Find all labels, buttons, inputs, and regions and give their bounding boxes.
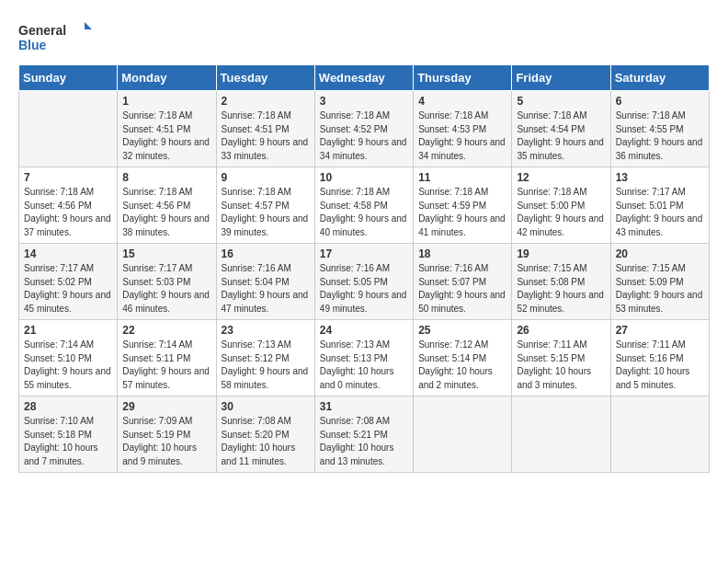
cell-info: Sunrise: 7:15 AMSunset: 5:09 PMDaylight:… [616,262,704,316]
calendar-cell: 29Sunrise: 7:09 AMSunset: 5:19 PMDayligh… [118,396,216,473]
col-wednesday: Wednesday [314,65,413,91]
day-number: 27 [616,324,704,337]
day-number: 11 [418,171,506,184]
day-number: 1 [122,95,210,108]
cell-info: Sunrise: 7:16 AMSunset: 5:05 PMDaylight:… [320,262,408,316]
day-number: 3 [320,95,408,108]
cell-info: Sunrise: 7:09 AMSunset: 5:19 PMDaylight:… [122,415,210,468]
cell-info: Sunrise: 7:17 AMSunset: 5:03 PMDaylight:… [122,262,210,316]
day-number: 25 [418,324,506,337]
calendar-header: Sunday Monday Tuesday Wednesday Thursday… [19,65,710,91]
calendar-cell: 6Sunrise: 7:18 AMSunset: 4:55 PMDaylight… [610,91,709,167]
col-thursday: Thursday [414,65,512,91]
calendar-cell [19,91,118,167]
day-number: 28 [24,400,112,413]
day-number: 14 [24,247,112,260]
col-tuesday: Tuesday [216,65,314,91]
cell-info: Sunrise: 7:11 AMSunset: 5:15 PMDaylight:… [517,339,605,392]
cell-info: Sunrise: 7:18 AMSunset: 4:58 PMDaylight:… [320,186,408,239]
cell-info: Sunrise: 7:13 AMSunset: 5:12 PMDaylight:… [222,339,310,392]
week-row-5: 28Sunrise: 7:10 AMSunset: 5:18 PMDayligh… [19,396,710,473]
calendar-cell: 26Sunrise: 7:11 AMSunset: 5:15 PMDayligh… [512,320,610,396]
day-number: 12 [517,171,605,184]
day-number: 5 [517,95,605,108]
day-number: 2 [222,95,310,108]
svg-text:Blue: Blue [18,38,47,52]
calendar-cell: 5Sunrise: 7:18 AMSunset: 4:54 PMDaylight… [512,91,610,167]
calendar-cell: 22Sunrise: 7:14 AMSunset: 5:11 PMDayligh… [118,320,216,396]
calendar-cell: 15Sunrise: 7:17 AMSunset: 5:03 PMDayligh… [118,244,216,320]
calendar-cell: 13Sunrise: 7:17 AMSunset: 5:01 PMDayligh… [610,167,709,244]
week-row-3: 14Sunrise: 7:17 AMSunset: 5:02 PMDayligh… [19,244,710,320]
cell-info: Sunrise: 7:18 AMSunset: 4:51 PMDaylight:… [122,109,210,163]
calendar-cell [610,396,709,473]
day-number: 21 [24,324,112,337]
calendar-cell: 1Sunrise: 7:18 AMSunset: 4:51 PMDaylight… [118,91,216,167]
col-sunday: Sunday [19,65,118,91]
calendar-cell: 16Sunrise: 7:16 AMSunset: 5:04 PMDayligh… [216,244,314,320]
calendar-cell: 11Sunrise: 7:18 AMSunset: 4:59 PMDayligh… [414,167,512,244]
svg-text:General: General [18,23,66,38]
cell-info: Sunrise: 7:12 AMSunset: 5:14 PMDaylight:… [418,339,506,392]
day-number: 22 [122,324,210,337]
cell-info: Sunrise: 7:17 AMSunset: 5:02 PMDaylight:… [24,262,112,316]
cell-info: Sunrise: 7:18 AMSunset: 5:00 PMDaylight:… [517,186,605,239]
calendar-cell: 28Sunrise: 7:10 AMSunset: 5:18 PMDayligh… [19,396,118,473]
calendar-cell: 18Sunrise: 7:16 AMSunset: 5:07 PMDayligh… [414,244,512,320]
day-number: 26 [517,324,605,337]
week-row-1: 1Sunrise: 7:18 AMSunset: 4:51 PMDaylight… [19,91,710,167]
calendar-cell: 7Sunrise: 7:18 AMSunset: 4:56 PMDaylight… [19,167,118,244]
calendar-cell: 24Sunrise: 7:13 AMSunset: 5:13 PMDayligh… [314,320,413,396]
day-number: 20 [616,247,704,260]
cell-info: Sunrise: 7:18 AMSunset: 4:52 PMDaylight:… [320,109,408,163]
cell-info: Sunrise: 7:14 AMSunset: 5:10 PMDaylight:… [24,339,112,392]
day-number: 23 [222,324,310,337]
svg-marker-2 [85,22,92,29]
calendar-cell: 8Sunrise: 7:18 AMSunset: 4:56 PMDaylight… [118,167,216,244]
calendar-cell: 14Sunrise: 7:17 AMSunset: 5:02 PMDayligh… [19,244,118,320]
day-number: 30 [222,400,310,413]
header: General Blue [18,18,710,55]
cell-info: Sunrise: 7:18 AMSunset: 4:59 PMDaylight:… [418,186,506,239]
logo-svg: General Blue [18,18,92,55]
cell-info: Sunrise: 7:18 AMSunset: 4:54 PMDaylight:… [517,109,605,163]
cell-info: Sunrise: 7:14 AMSunset: 5:11 PMDaylight:… [122,339,210,392]
cell-info: Sunrise: 7:18 AMSunset: 4:57 PMDaylight:… [222,186,310,239]
day-number: 4 [418,95,506,108]
calendar-cell: 30Sunrise: 7:08 AMSunset: 5:20 PMDayligh… [216,396,314,473]
day-number: 29 [122,400,210,413]
calendar-cell: 20Sunrise: 7:15 AMSunset: 5:09 PMDayligh… [610,244,709,320]
day-number: 8 [122,171,210,184]
calendar-body: 1Sunrise: 7:18 AMSunset: 4:51 PMDaylight… [19,91,710,473]
day-number: 13 [616,171,704,184]
cell-info: Sunrise: 7:18 AMSunset: 4:55 PMDaylight:… [616,109,704,163]
cell-info: Sunrise: 7:11 AMSunset: 5:16 PMDaylight:… [616,339,704,392]
cell-info: Sunrise: 7:17 AMSunset: 5:01 PMDaylight:… [616,186,704,239]
calendar-cell: 3Sunrise: 7:18 AMSunset: 4:52 PMDaylight… [314,91,413,167]
calendar-cell [414,396,512,473]
cell-info: Sunrise: 7:10 AMSunset: 5:18 PMDaylight:… [24,415,112,468]
calendar-table: Sunday Monday Tuesday Wednesday Thursday… [18,64,710,473]
cell-info: Sunrise: 7:13 AMSunset: 5:13 PMDaylight:… [320,339,408,392]
cell-info: Sunrise: 7:16 AMSunset: 5:07 PMDaylight:… [418,262,506,316]
calendar-cell: 25Sunrise: 7:12 AMSunset: 5:14 PMDayligh… [414,320,512,396]
day-number: 16 [222,247,310,260]
calendar-cell: 9Sunrise: 7:18 AMSunset: 4:57 PMDaylight… [216,167,314,244]
week-row-2: 7Sunrise: 7:18 AMSunset: 4:56 PMDaylight… [19,167,710,244]
calendar-cell: 4Sunrise: 7:18 AMSunset: 4:53 PMDaylight… [414,91,512,167]
day-number: 24 [320,324,408,337]
day-number: 6 [616,95,704,108]
cell-info: Sunrise: 7:08 AMSunset: 5:21 PMDaylight:… [320,415,408,468]
day-number: 19 [517,247,605,260]
calendar-cell: 12Sunrise: 7:18 AMSunset: 5:00 PMDayligh… [512,167,610,244]
calendar-cell: 31Sunrise: 7:08 AMSunset: 5:21 PMDayligh… [314,396,413,473]
day-number: 31 [320,400,408,413]
cell-info: Sunrise: 7:15 AMSunset: 5:08 PMDaylight:… [517,262,605,316]
calendar-cell: 10Sunrise: 7:18 AMSunset: 4:58 PMDayligh… [314,167,413,244]
cell-info: Sunrise: 7:18 AMSunset: 4:53 PMDaylight:… [418,109,506,163]
logo: General Blue [18,18,92,55]
calendar-cell: 17Sunrise: 7:16 AMSunset: 5:05 PMDayligh… [314,244,413,320]
calendar-cell: 19Sunrise: 7:15 AMSunset: 5:08 PMDayligh… [512,244,610,320]
calendar-cell: 21Sunrise: 7:14 AMSunset: 5:10 PMDayligh… [19,320,118,396]
day-number: 15 [122,247,210,260]
